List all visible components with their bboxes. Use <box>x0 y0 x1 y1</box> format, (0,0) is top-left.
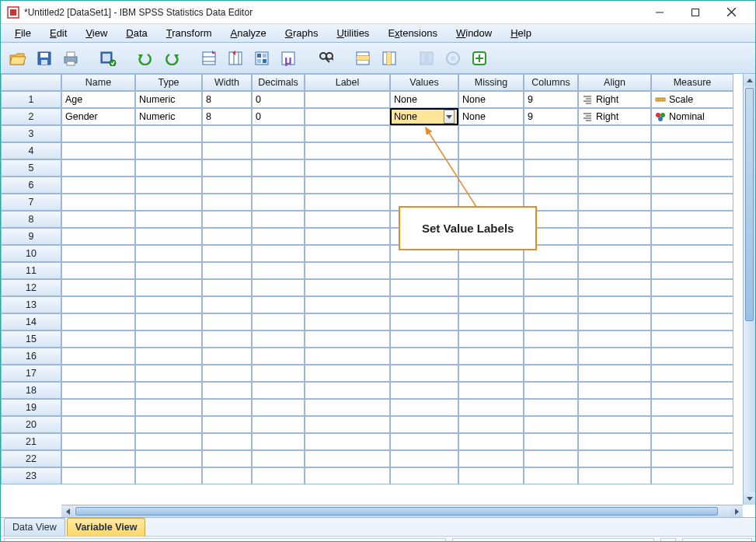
empty-cell[interactable] <box>578 296 651 313</box>
empty-cell[interactable] <box>390 416 458 433</box>
col-header-name[interactable]: Name <box>61 74 135 91</box>
insert-case-button[interactable] <box>352 47 374 69</box>
empty-cell[interactable] <box>202 279 252 296</box>
col-header-columns[interactable]: Columns <box>524 74 578 91</box>
empty-cell[interactable] <box>252 330 305 348</box>
empty-cell[interactable] <box>252 313 305 330</box>
empty-cell[interactable] <box>202 348 252 365</box>
empty-cell[interactable] <box>578 399 651 416</box>
empty-cell[interactable] <box>252 399 305 416</box>
empty-cell[interactable] <box>524 365 578 382</box>
empty-cell[interactable] <box>651 194 733 211</box>
col-header-align[interactable]: Align <box>578 74 651 91</box>
empty-cell[interactable] <box>390 296 458 313</box>
menu-data[interactable]: Data <box>117 26 156 40</box>
empty-cell[interactable] <box>252 245 305 262</box>
menu-utilities[interactable]: Utilities <box>327 26 378 40</box>
cell-columns[interactable]: 9 <box>524 91 578 108</box>
empty-cell[interactable] <box>578 416 651 433</box>
empty-cell[interactable] <box>135 142 202 159</box>
menu-file[interactable]: File <box>5 26 40 40</box>
cell-values-selected[interactable]: None <box>390 108 458 125</box>
empty-cell[interactable] <box>252 262 305 279</box>
row-header[interactable]: 18 <box>1 382 61 399</box>
empty-cell[interactable] <box>252 125 305 142</box>
cell-label[interactable] <box>305 108 390 125</box>
empty-cell[interactable] <box>651 245 733 262</box>
cell-align[interactable]: Right <box>578 108 651 125</box>
empty-cell[interactable] <box>524 296 578 313</box>
tab-variable-view[interactable]: Variable View <box>67 518 146 536</box>
empty-cell[interactable] <box>458 416 524 433</box>
empty-cell[interactable] <box>524 159 578 177</box>
empty-cell[interactable] <box>305 330 390 348</box>
empty-cell[interactable] <box>252 365 305 382</box>
empty-cell[interactable] <box>578 228 651 245</box>
empty-cell[interactable] <box>252 228 305 245</box>
empty-cell[interactable] <box>135 194 202 211</box>
row-header[interactable]: 15 <box>1 330 61 348</box>
empty-cell[interactable] <box>651 467 733 484</box>
empty-cell[interactable] <box>252 433 305 450</box>
cell-type[interactable]: Numeric <box>135 91 202 108</box>
row-header[interactable]: 20 <box>1 416 61 433</box>
empty-cell[interactable] <box>61 228 135 245</box>
empty-cell[interactable] <box>458 313 524 330</box>
menu-analyze[interactable]: Analyze <box>221 26 276 40</box>
row-header[interactable]: 9 <box>1 228 61 245</box>
empty-cell[interactable] <box>202 313 252 330</box>
empty-cell[interactable] <box>252 467 305 484</box>
variables-button[interactable] <box>251 47 273 69</box>
scroll-thumb[interactable] <box>745 88 754 321</box>
empty-cell[interactable] <box>135 228 202 245</box>
row-header[interactable]: 16 <box>1 348 61 365</box>
cell-name[interactable]: Gender <box>61 108 135 125</box>
empty-cell[interactable] <box>305 348 390 365</box>
print-button[interactable] <box>60 47 82 69</box>
row-header[interactable]: 21 <box>1 433 61 450</box>
empty-cell[interactable] <box>305 416 390 433</box>
empty-cell[interactable] <box>202 399 252 416</box>
row-header[interactable]: 14 <box>1 313 61 330</box>
empty-cell[interactable] <box>390 382 458 399</box>
cell-width[interactable]: 8 <box>202 91 252 108</box>
empty-cell[interactable] <box>305 211 390 228</box>
row-header[interactable]: 6 <box>1 177 61 194</box>
empty-cell[interactable] <box>524 262 578 279</box>
empty-cell[interactable] <box>252 194 305 211</box>
empty-cell[interactable] <box>135 416 202 433</box>
redo-button[interactable] <box>161 47 183 69</box>
empty-cell[interactable] <box>61 450 135 467</box>
empty-cell[interactable] <box>651 433 733 450</box>
empty-cell[interactable] <box>252 211 305 228</box>
empty-cell[interactable] <box>305 262 390 279</box>
empty-cell[interactable] <box>458 296 524 313</box>
col-header-decimals[interactable]: Decimals <box>252 74 305 91</box>
empty-cell[interactable] <box>61 467 135 484</box>
empty-cell[interactable] <box>305 279 390 296</box>
insert-variable-button[interactable] <box>378 47 400 69</box>
col-header-values[interactable]: Values <box>390 74 458 91</box>
empty-cell[interactable] <box>578 365 651 382</box>
empty-cell[interactable] <box>135 382 202 399</box>
cell-missing[interactable]: None <box>458 91 524 108</box>
cell-values[interactable]: None <box>390 91 458 108</box>
empty-cell[interactable] <box>390 365 458 382</box>
cell-decimals[interactable]: 0 <box>252 91 305 108</box>
empty-cell[interactable] <box>651 348 733 365</box>
empty-cell[interactable] <box>135 125 202 142</box>
undo-button[interactable] <box>134 47 156 69</box>
empty-cell[interactable] <box>252 159 305 177</box>
empty-cell[interactable] <box>524 330 578 348</box>
empty-cell[interactable] <box>390 279 458 296</box>
empty-cell[interactable] <box>61 279 135 296</box>
menu-window[interactable]: Window <box>447 26 501 40</box>
empty-cell[interactable] <box>305 245 390 262</box>
empty-cell[interactable] <box>252 450 305 467</box>
empty-cell[interactable] <box>578 245 651 262</box>
cell-columns[interactable]: 9 <box>524 108 578 125</box>
variable-grid[interactable]: Name Type Width Decimals Label Values Mi… <box>1 74 755 484</box>
empty-cell[interactable] <box>524 416 578 433</box>
empty-cell[interactable] <box>61 245 135 262</box>
empty-cell[interactable] <box>61 399 135 416</box>
